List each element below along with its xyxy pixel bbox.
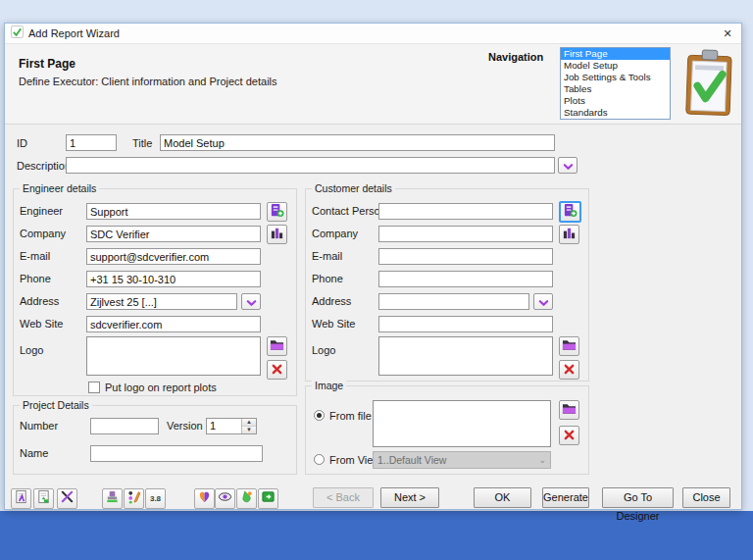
red-x-icon: [272, 361, 282, 379]
contact-person-input[interactable]: [378, 203, 553, 220]
go-to-designer-button[interactable]: Go To Designer: [602, 487, 674, 508]
ok-button[interactable]: OK: [474, 487, 531, 508]
customer-phone-label: Phone: [312, 273, 343, 284]
next-button[interactable]: Next >: [380, 487, 439, 508]
nav-item-first-page[interactable]: First Page: [561, 48, 670, 60]
designer-settings-button[interactable]: [124, 488, 144, 509]
nav-item-tables[interactable]: Tables: [561, 83, 670, 95]
customer-company-input[interactable]: [378, 226, 553, 242]
select-engineer-button[interactable]: [267, 202, 287, 222]
favorites-button[interactable]: [194, 488, 215, 509]
description-dropdown-button[interactable]: [558, 157, 577, 174]
engineer-email-input[interactable]: [86, 248, 261, 265]
palette-pencil-icon: [126, 489, 141, 508]
nav-item-plots[interactable]: Plots: [561, 95, 670, 107]
project-number-input[interactable]: [90, 418, 159, 434]
droplet-icon: [239, 489, 254, 508]
project-number-label: Number: [20, 420, 58, 432]
nav-item-job-settings[interactable]: Job Settings & Tools: [561, 72, 670, 83]
export-image-button[interactable]: [258, 488, 278, 509]
put-logo-checkbox[interactable]: [88, 382, 100, 393]
wizard-clipboard-icon: [681, 47, 736, 124]
image-file-box[interactable]: [373, 400, 551, 447]
customer-logo-box[interactable]: [378, 336, 553, 376]
customer-phone-input[interactable]: [378, 271, 553, 287]
title-input[interactable]: [160, 134, 555, 151]
engineer-details-group: Engineer details Engineer Company E-mail…: [13, 188, 297, 396]
project-group-title: Project Details: [20, 399, 92, 411]
description-input[interactable]: [66, 157, 555, 174]
report-tools-button[interactable]: [57, 488, 77, 509]
theme-color-button[interactable]: [236, 488, 257, 509]
company-chart-icon: [562, 226, 577, 244]
back-button[interactable]: < Back: [313, 487, 374, 508]
project-name-input[interactable]: [90, 445, 263, 462]
image-clear-button[interactable]: [559, 426, 579, 445]
nav-item-standards[interactable]: Standards: [561, 107, 670, 119]
spin-up-icon[interactable]: ▲: [242, 419, 256, 427]
page-title: First Page: [19, 57, 75, 71]
chevron-down-icon: ⌄: [538, 455, 546, 465]
customer-website-label: Web Site: [312, 318, 355, 330]
chevron-down-icon: [538, 293, 549, 311]
customer-company-label: Company: [312, 228, 358, 239]
from-file-label: From file: [329, 410, 372, 422]
engineer-label: Engineer: [20, 205, 63, 217]
close-dialog-button[interactable]: Close: [682, 487, 730, 508]
spinner-arrows[interactable]: ▲▼: [241, 419, 256, 433]
scale-factor-button[interactable]: 3.8: [145, 488, 166, 509]
project-name-label: Name: [20, 447, 48, 459]
engineer-website-input[interactable]: [86, 316, 261, 332]
engineer-website-label: Web Site: [20, 318, 63, 330]
image-group: Image From file From View 1..Default Vie…: [305, 385, 589, 475]
close-button[interactable]: ✕: [720, 27, 735, 40]
spin-down-icon[interactable]: ▼: [242, 427, 256, 433]
folder-open-icon: [270, 337, 284, 355]
export-box-icon: [261, 489, 276, 508]
view-select: 1..Default View ⌄: [373, 451, 551, 469]
engineer-logo-browse-button[interactable]: [267, 336, 287, 356]
customer-logo-clear-button[interactable]: [559, 360, 579, 380]
window-title: Add Report Wizard: [28, 27, 120, 39]
customer-email-label: E-mail: [312, 250, 342, 262]
select-contact-button[interactable]: [559, 201, 581, 223]
engineer-address-input[interactable]: [86, 293, 237, 310]
id-input[interactable]: [66, 134, 117, 151]
engineer-input[interactable]: [86, 203, 261, 220]
image-browse-button[interactable]: [559, 400, 579, 420]
customer-address-input[interactable]: [378, 293, 529, 310]
add-report-wizard-dialog: Add Report Wizard ✕ First Page Define Ex…: [4, 23, 742, 510]
put-logo-checkbox-label: Put logo on report plots: [105, 382, 217, 393]
generate-button[interactable]: Generate: [542, 487, 589, 508]
chevron-down-icon: [246, 293, 257, 311]
customer-address-dropdown-button[interactable]: [533, 293, 553, 310]
navigation-list: First Page Model Setup Job Settings & To…: [560, 47, 671, 120]
project-version-spinner[interactable]: 1 ▲▼: [206, 418, 257, 434]
export-report-button[interactable]: [11, 488, 31, 509]
engineer-logo-box[interactable]: [86, 336, 261, 376]
engineer-address-dropdown-button[interactable]: [241, 293, 261, 310]
preview-button[interactable]: [215, 488, 235, 509]
nav-item-model-setup[interactable]: Model Setup: [561, 60, 670, 72]
project-version-label: Version: [167, 420, 203, 432]
customer-logo-label: Logo: [312, 344, 335, 356]
from-view-radio[interactable]: [314, 454, 325, 465]
description-label: Description: [17, 160, 71, 172]
engineer-company-input[interactable]: [86, 226, 261, 242]
customer-group-title: Customer details: [312, 182, 395, 194]
select-company-button[interactable]: [267, 225, 287, 244]
customer-email-input[interactable]: [378, 248, 553, 265]
import-report-button[interactable]: [33, 488, 54, 509]
customer-logo-browse-button[interactable]: [559, 336, 579, 356]
engineer-logo-clear-button[interactable]: [267, 360, 287, 380]
select-customer-company-button[interactable]: [559, 225, 579, 244]
contact-person-label: Contact Person: [312, 205, 386, 217]
navigation-label: Navigation: [488, 51, 543, 63]
from-file-radio[interactable]: [314, 410, 325, 421]
engineer-phone-input[interactable]: [86, 271, 261, 287]
stamp-settings-button[interactable]: [102, 488, 123, 509]
customer-website-input[interactable]: [378, 316, 553, 332]
engineer-logo-label: Logo: [20, 344, 43, 356]
title-bar: Add Report Wizard ✕: [5, 24, 741, 44]
image-group-title: Image: [312, 380, 346, 391]
